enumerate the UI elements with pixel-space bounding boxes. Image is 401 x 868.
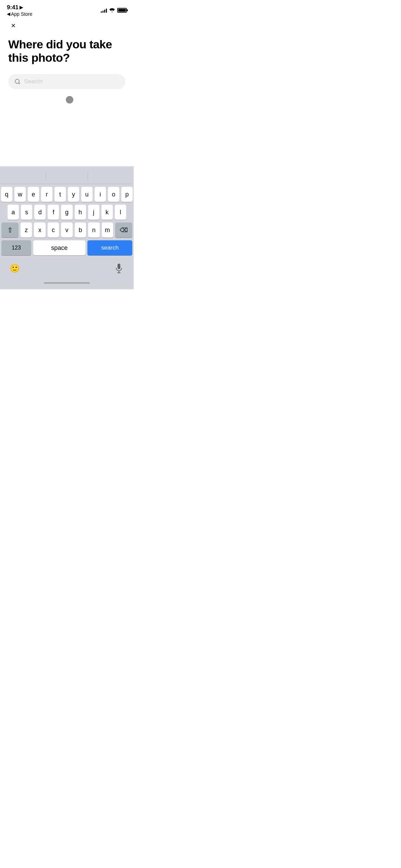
key-m[interactable]: m [102, 222, 113, 238]
signal-bar-1 [101, 11, 102, 13]
search-icon [14, 79, 21, 85]
home-indicator-area [1, 279, 132, 289]
key-row-1: q w e r t y u i o p [1, 187, 132, 202]
signal-bar-4 [106, 9, 107, 13]
mic-key[interactable] [111, 261, 127, 276]
key-x[interactable]: x [34, 222, 45, 238]
search-input-wrapper [8, 74, 125, 89]
signal-bar-2 [102, 11, 104, 13]
key-s[interactable]: s [21, 205, 32, 220]
key-row-4: 123 space search [1, 240, 132, 255]
search-input[interactable] [24, 78, 119, 85]
key-i[interactable]: i [95, 187, 106, 202]
key-j[interactable]: j [88, 205, 99, 220]
number-mode-key[interactable]: 123 [1, 240, 31, 255]
space-key[interactable]: space [33, 240, 85, 255]
status-right [101, 8, 127, 13]
search-container [8, 74, 125, 89]
key-v[interactable]: v [61, 222, 72, 238]
svg-line-1 [19, 83, 20, 84]
keyboard-suggestions [1, 169, 132, 184]
back-label: App Store [11, 11, 32, 17]
svg-rect-2 [118, 264, 120, 269]
status-left: 9:41 ▶ ◀ App Store [7, 4, 32, 17]
battery-fill [118, 9, 126, 12]
signal-bar-3 [104, 10, 105, 13]
keyboard-bottom-bar: 🙂 [1, 258, 132, 279]
key-n[interactable]: n [88, 222, 99, 238]
key-c[interactable]: c [48, 222, 59, 238]
close-button[interactable]: × [8, 21, 19, 31]
key-w[interactable]: w [14, 187, 26, 202]
back-arrow-icon: ◀ [7, 11, 10, 16]
key-a[interactable]: a [8, 205, 19, 220]
key-u[interactable]: u [81, 187, 93, 202]
emoji-icon: 🙂 [10, 264, 20, 273]
status-time: 9:41 ▶ [7, 4, 23, 11]
key-l[interactable]: l [115, 205, 126, 220]
home-indicator [44, 282, 90, 284]
wifi-icon [109, 8, 115, 12]
page-title: Where did you take this photo? [8, 38, 125, 64]
main-content: × Where did you take this photo? [0, 17, 134, 104]
key-row-3: ⇧ z x c v b n m ⌫ [1, 222, 132, 238]
time-label: 9:41 [7, 4, 19, 11]
battery-icon [117, 8, 127, 13]
key-o[interactable]: o [108, 187, 119, 202]
key-d[interactable]: d [34, 205, 46, 220]
keyboard-rows: q w e r t y u i o p a s d f g h j k l ⇧ … [1, 187, 132, 255]
key-g[interactable]: g [61, 205, 72, 220]
suggestion-separator-2 [88, 172, 88, 181]
loading-indicator [66, 96, 73, 104]
keyboard: q w e r t y u i o p a s d f g h j k l ⇧ … [0, 166, 134, 289]
key-r[interactable]: r [41, 187, 52, 202]
shift-key[interactable]: ⇧ [1, 222, 19, 238]
key-y[interactable]: y [68, 187, 79, 202]
suggestion-separator-1 [46, 172, 46, 181]
key-e[interactable]: e [28, 187, 39, 202]
key-row-2: a s d f g h j k l [1, 205, 132, 220]
microphone-icon [115, 263, 123, 274]
search-key[interactable]: search [87, 240, 132, 255]
emoji-key[interactable]: 🙂 [7, 261, 23, 276]
key-b[interactable]: b [75, 222, 86, 238]
key-t[interactable]: t [54, 187, 66, 202]
key-h[interactable]: h [75, 205, 86, 220]
app-store-back-button[interactable]: ◀ App Store [7, 11, 32, 17]
key-q[interactable]: q [1, 187, 12, 202]
signal-bars-icon [101, 8, 107, 13]
location-arrow-icon: ▶ [20, 5, 23, 10]
key-p[interactable]: p [121, 187, 133, 202]
status-bar: 9:41 ▶ ◀ App Store [0, 0, 134, 17]
delete-key[interactable]: ⌫ [115, 222, 132, 238]
key-z[interactable]: z [21, 222, 32, 238]
key-f[interactable]: f [48, 205, 59, 220]
close-icon: × [11, 22, 16, 29]
key-k[interactable]: k [101, 205, 113, 220]
